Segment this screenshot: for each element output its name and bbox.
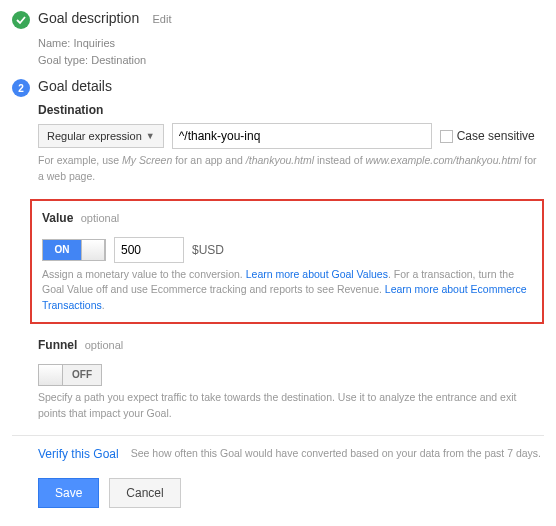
save-button[interactable]: Save <box>38 478 99 508</box>
divider <box>12 435 544 436</box>
type-value: Destination <box>91 54 146 66</box>
match-type-dropdown[interactable]: Regular expression ▼ <box>38 124 164 148</box>
name-label: Name: <box>38 37 70 49</box>
value-optional: optional <box>81 212 120 224</box>
destination-label: Destination <box>38 103 103 117</box>
destination-section: Destination Regular expression ▼ Case se… <box>38 103 544 185</box>
step1-title: Goal description <box>38 10 139 26</box>
goal-values-link[interactable]: Learn more about Goal Values <box>246 268 388 280</box>
checkbox-icon[interactable] <box>440 130 453 143</box>
destination-help: For example, use My Screen for an app an… <box>38 153 544 185</box>
verify-row: Verify this Goal See how often this Goal… <box>38 446 544 462</box>
toggle-on-label: ON <box>43 240 81 260</box>
button-row: Save Cancel <box>38 478 544 508</box>
chevron-down-icon: ▼ <box>146 131 155 141</box>
destination-input[interactable] <box>172 123 432 149</box>
funnel-section: Funnel optional OFF Specify a path you e… <box>38 338 544 422</box>
toggle-knob <box>81 240 105 260</box>
step-number-icon: 2 <box>12 79 30 97</box>
funnel-toggle[interactable]: OFF <box>38 364 102 386</box>
verify-goal-link[interactable]: Verify this Goal <box>38 447 119 461</box>
value-help: Assign a monetary value to the conversio… <box>42 267 532 314</box>
funnel-help: Specify a path you expect traffic to tak… <box>38 390 544 422</box>
step-goal-details: 2 Goal details <box>12 78 544 97</box>
name-value: Inquiries <box>73 37 115 49</box>
funnel-label: Funnel <box>38 338 77 352</box>
type-label: Goal type: <box>38 54 88 66</box>
step-goal-description: Goal description Edit <box>12 10 544 29</box>
value-label: Value <box>42 211 73 225</box>
step1-meta: Name: Inquiries Goal type: Destination <box>38 35 544 68</box>
funnel-optional: optional <box>85 339 124 351</box>
value-section-highlight: Value optional ON $USD Assign a monetary… <box>30 199 544 324</box>
currency-label: $USD <box>192 243 224 257</box>
match-type-value: Regular expression <box>47 130 142 142</box>
case-sensitive-label: Case sensitive <box>457 129 535 143</box>
verify-text: See how often this Goal would have conve… <box>131 446 541 462</box>
edit-link[interactable]: Edit <box>153 13 172 25</box>
step2-title: Goal details <box>38 78 112 94</box>
toggle-knob <box>39 365 63 385</box>
value-amount-input[interactable] <box>114 237 184 263</box>
value-toggle[interactable]: ON <box>42 239 106 261</box>
toggle-off-label: OFF <box>63 365 101 385</box>
case-sensitive-option[interactable]: Case sensitive <box>440 129 535 143</box>
check-circle-icon <box>12 11 30 29</box>
cancel-button[interactable]: Cancel <box>109 478 180 508</box>
